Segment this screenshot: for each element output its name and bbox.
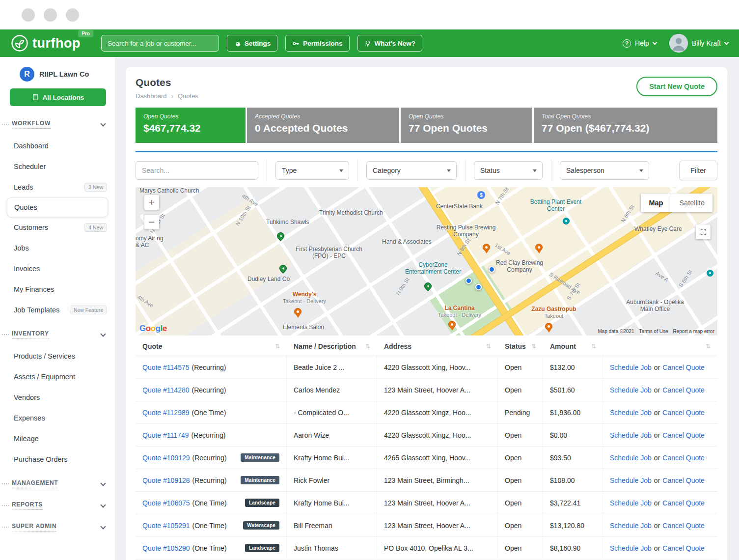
schedule-job-link[interactable]: Schedule Job <box>610 364 652 371</box>
column-header-amount[interactable]: Amount⇅ <box>543 336 603 356</box>
sidebar-section-header-reports[interactable]: REPORTS <box>0 499 115 513</box>
quote-link[interactable]: Quote #111749 <box>142 431 189 439</box>
sort-icon[interactable]: ⇅ <box>275 343 280 350</box>
window-control-icon[interactable] <box>44 8 57 22</box>
map[interactable]: 4th Ave N 10th St N 11th St N 9th St N 8… <box>136 187 717 336</box>
terms-link[interactable]: Terms of Use <box>639 329 668 334</box>
quote-link[interactable]: Quote #114280 <box>142 386 190 394</box>
map-poi-label[interactable]: Dudley Land Co <box>247 276 290 282</box>
sort-icon[interactable]: ⇅ <box>591 343 596 350</box>
window-control-icon[interactable] <box>22 8 35 22</box>
schedule-job-link[interactable]: Schedule Job <box>610 431 652 439</box>
quote-link[interactable]: Quote #106075 <box>142 499 190 507</box>
map-poi-label[interactable]: omy Air ng & AC <box>136 235 164 249</box>
cancel-quote-link[interactable]: Cancel Quote <box>662 409 705 417</box>
sort-icon[interactable]: ⇅ <box>706 343 711 350</box>
quote-link[interactable]: Quote #109128 <box>142 476 190 484</box>
map-poi-label[interactable]: Bottling Plant Event Center <box>528 199 583 213</box>
global-search-input[interactable] <box>101 35 219 52</box>
map-pin-icon[interactable] <box>483 244 490 251</box>
sort-icon[interactable]: ⇅ <box>486 343 491 350</box>
permissions-button[interactable]: Permissions <box>285 35 349 52</box>
map-poi-label[interactable]: CenterState Bank <box>436 203 483 210</box>
sidebar-section-header-workflow[interactable]: WORKFLOW <box>0 118 115 132</box>
satellite-view-button[interactable]: Satellite <box>671 194 712 212</box>
schedule-job-link[interactable]: Schedule Job <box>610 499 652 507</box>
quote-link[interactable]: Quote #105291 <box>142 522 190 530</box>
type-select[interactable]: Type <box>275 161 349 180</box>
schedule-job-link[interactable]: Schedule Job <box>610 544 652 552</box>
map-poi-label[interactable]: Hand & Associates <box>382 238 432 245</box>
map-poi-label[interactable]: La CantinaTakeout · Delivery <box>434 305 485 318</box>
map-view-button[interactable]: Map <box>641 194 671 212</box>
cancel-quote-link[interactable]: Cancel Quote <box>662 431 705 439</box>
column-header-address[interactable]: Address⇅ <box>377 336 498 356</box>
map-poi-label[interactable]: Marys Catholic Church <box>139 187 199 194</box>
map-pin-icon[interactable] <box>707 270 713 277</box>
column-header-name[interactable]: Name / Description⇅ <box>287 336 377 356</box>
quote-location-marker[interactable] <box>475 284 482 290</box>
sidebar-item-products-services[interactable]: Products / Services <box>0 346 115 366</box>
schedule-job-link[interactable]: Schedule Job <box>610 476 652 484</box>
user-menu[interactable]: Billy Kraft <box>669 34 728 53</box>
map-poi-label[interactable]: Resting Pulse Brewing Company <box>436 224 496 238</box>
report-error-link[interactable]: Report a map error <box>673 329 714 334</box>
sidebar-item-leads[interactable]: Leads3 New <box>0 177 115 197</box>
map-poi-label[interactable]: Red Clay Brewing Company <box>492 260 547 274</box>
quote-location-marker[interactable] <box>489 266 495 273</box>
sidebar-item-purchase-orders[interactable]: Purchase Orders <box>0 449 115 470</box>
cancel-quote-link[interactable]: Cancel Quote <box>662 544 705 552</box>
quote-link[interactable]: Quote #105290 <box>142 544 190 552</box>
settings-button[interactable]: Settings <box>227 35 277 52</box>
sidebar-item-customers[interactable]: Customers4 New <box>0 217 115 238</box>
cancel-quote-link[interactable]: Cancel Quote <box>662 386 705 394</box>
whats-new-button[interactable]: What's New? <box>357 35 422 52</box>
map-poi-label[interactable]: Wendy'sTakeout · Delivery <box>281 291 328 304</box>
sidebar-item-scheduler[interactable]: Scheduler <box>0 156 115 177</box>
map-pin-icon[interactable] <box>563 218 570 224</box>
sidebar-item-my-finances[interactable]: My Finances <box>0 279 115 300</box>
map-poi-label[interactable]: Zazu GastropubTakeout <box>526 306 581 319</box>
sort-icon[interactable]: ⇅ <box>531 343 536 350</box>
map-pin-icon[interactable] <box>294 308 301 315</box>
map-pin-icon[interactable] <box>448 321 456 328</box>
map-poi-label[interactable]: CyberZone Entertainment Center <box>401 262 465 276</box>
sidebar-section-header-super-admin[interactable]: SUPER ADMIN <box>0 521 115 534</box>
cancel-quote-link[interactable]: Cancel Quote <box>662 476 705 484</box>
column-header-actions[interactable]: ⇅ <box>603 336 717 356</box>
zoom-in-button[interactable]: + <box>144 195 159 210</box>
breadcrumb-dashboard[interactable]: Dashboard <box>136 92 167 100</box>
sort-icon[interactable]: ⇅ <box>365 343 370 350</box>
map-poi-label[interactable]: First Presbyterian Church (FPO) - EPC <box>292 246 366 260</box>
schedule-job-link[interactable]: Schedule Job <box>610 409 652 417</box>
map-poi-label[interactable]: AuburnBank - Opelika Main Office <box>623 299 687 313</box>
quotes-search-input[interactable] <box>136 161 258 180</box>
sidebar-item-invoices[interactable]: Invoices <box>0 258 115 279</box>
all-locations-button[interactable]: All Locations <box>10 88 106 106</box>
quote-link[interactable]: Quote #112989 <box>142 409 190 417</box>
sidebar-item-vendors[interactable]: Vendors <box>0 387 115 408</box>
sidebar-item-job-templates[interactable]: Job TemplatesNew Feature <box>0 300 115 320</box>
brand-logo[interactable]: turfhop Pro <box>11 34 81 52</box>
help-menu[interactable]: ? Help <box>623 39 657 48</box>
sidebar-item-quotes[interactable]: Quotes <box>7 197 108 217</box>
schedule-job-link[interactable]: Schedule Job <box>610 454 652 462</box>
sidebar-item-dashboard[interactable]: Dashboard <box>0 136 115 156</box>
sidebar-item-jobs[interactable]: Jobs <box>0 238 115 258</box>
cancel-quote-link[interactable]: Cancel Quote <box>662 364 705 371</box>
bank-marker-icon[interactable]: $ <box>477 191 485 199</box>
schedule-job-link[interactable]: Schedule Job <box>610 522 652 530</box>
start-new-quote-button[interactable]: Start New Quote <box>636 77 717 96</box>
schedule-job-link[interactable]: Schedule Job <box>610 386 652 394</box>
salesperson-select[interactable]: Salesperson <box>560 161 649 180</box>
quote-location-marker[interactable] <box>465 278 472 284</box>
sidebar-item-assets-equipment[interactable]: Assets / Equipment <box>0 366 115 387</box>
map-pin-icon[interactable] <box>535 244 543 251</box>
sidebar-item-expenses[interactable]: Expenses <box>0 408 115 428</box>
sidebar-section-header-inventory[interactable]: INVENTORY <box>0 328 115 342</box>
column-header-quote[interactable]: Quote⇅ <box>136 336 287 356</box>
quote-link[interactable]: Quote #114575 <box>142 364 190 371</box>
google-logo[interactable]: Google <box>139 324 167 334</box>
quote-link[interactable]: Quote #109129 <box>142 454 190 462</box>
company-switcher[interactable]: R RIIPL Lawn Co <box>0 65 115 87</box>
